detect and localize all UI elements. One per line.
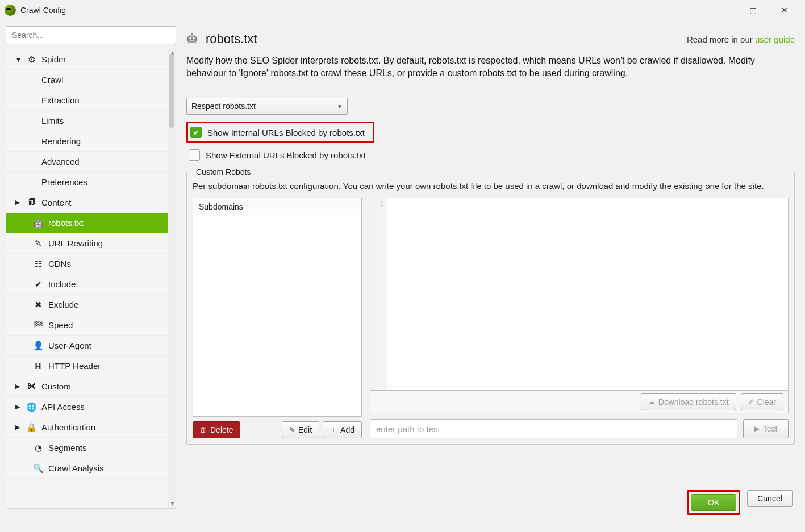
subdomains-header: Subdomains <box>193 198 361 215</box>
robots-editor[interactable]: 1 <box>370 198 789 391</box>
delete-button[interactable]: 🗑Delete <box>193 421 240 438</box>
tree-limits[interactable]: Limits <box>6 111 168 131</box>
cloud-download-icon: ☁ <box>648 398 655 406</box>
tree-label: Advanced <box>41 157 80 166</box>
tree-crawl-analysis[interactable]: 🔍Crawl Analysis <box>6 458 168 479</box>
ban-icon: ✖ <box>32 299 44 311</box>
tree-preferences[interactable]: Preferences <box>6 172 168 192</box>
network-icon: ☷ <box>32 258 44 270</box>
edit-icon: ✎ <box>289 426 295 434</box>
robot-icon: 🤖 <box>186 32 200 46</box>
tree-label: Spider <box>41 55 66 64</box>
editor-gutter: 1 <box>370 198 387 390</box>
tree-label: robots.txt <box>48 218 84 228</box>
maximize-button[interactable]: ▢ <box>743 2 763 18</box>
window-controls: — ▢ ✕ <box>711 2 800 18</box>
dialog-footer: OK Cancel <box>687 490 793 515</box>
tree-authentication[interactable]: ▶🔒Authentication <box>6 417 168 438</box>
tree-label: Extraction <box>41 95 80 105</box>
scroll-down-icon[interactable]: ▾ <box>168 500 176 508</box>
readmore-text: Read more in our user guide <box>687 35 795 44</box>
close-button[interactable]: ✕ <box>774 2 795 18</box>
checkbox-label: Show Internal URLs Blocked by robots.txt <box>207 128 365 137</box>
tree-label: Segments <box>48 443 87 453</box>
tree-user-agent[interactable]: 👤User-Agent <box>6 336 168 356</box>
checkbox-show-internal[interactable]: ✔ Show Internal URLs Blocked by robots.t… <box>186 122 374 143</box>
chevron-down-icon: ▼ <box>337 103 343 110</box>
tree-label: Exclude <box>48 300 78 309</box>
scroll-thumb[interactable] <box>169 54 174 128</box>
play-icon: ▶ <box>754 425 760 433</box>
checkbox-label: Show External URLs Blocked by robots.txt <box>206 150 366 160</box>
tree-advanced[interactable]: Advanced <box>6 152 168 172</box>
tree-spider[interactable]: ▼⚙Spider <box>6 49 168 70</box>
ok-button[interactable]: OK <box>691 494 736 511</box>
page-title: robots.txt <box>206 32 257 47</box>
tree-url-rewriting[interactable]: ✎URL Rewriting <box>6 233 168 254</box>
subdomains-list[interactable]: Subdomains <box>193 198 362 417</box>
page-description: Modify how the SEO Spider interprets rob… <box>186 55 795 79</box>
tree-label: Limits <box>41 116 64 125</box>
tree-label: Include <box>48 279 76 289</box>
tree-rendering[interactable]: Rendering <box>6 131 168 152</box>
gear-icon: ⚙ <box>26 54 37 65</box>
tree-label: Crawl Analysis <box>48 463 104 473</box>
fieldset-description: Per subdomain robots.txt configuration. … <box>193 181 789 191</box>
tools-icon: ✀ <box>26 381 37 392</box>
titlebar: Crawl Config — ▢ ✕ <box>0 0 805 20</box>
lock-icon: 🔒 <box>26 422 37 433</box>
config-tree: ▼⚙Spider Crawl Extraction Limits Renderi… <box>6 49 176 509</box>
edit-button[interactable]: ✎Edit <box>282 421 319 438</box>
user-guide-link[interactable]: user guide <box>755 35 795 44</box>
test-path-input[interactable]: enter path to test <box>370 419 737 438</box>
search-input[interactable] <box>12 31 170 40</box>
search-box[interactable] <box>6 26 176 44</box>
tree-api-access[interactable]: ▶🌐API Access <box>6 397 168 417</box>
cancel-button[interactable]: Cancel <box>747 490 793 507</box>
check-circle-icon: ✔ <box>32 279 44 290</box>
tree-label: Crawl <box>41 75 63 85</box>
tree-label: Rendering <box>41 136 81 146</box>
tree-label: Preferences <box>41 177 87 187</box>
tree-label: API Access <box>41 402 85 412</box>
tree-crawl[interactable]: Crawl <box>6 70 168 90</box>
robot-icon: 🤖 <box>32 217 44 229</box>
gauge-icon: 🏁 <box>32 320 44 331</box>
clear-button[interactable]: ✐Clear <box>741 393 783 410</box>
tree-http-header[interactable]: HHTTP Header <box>6 356 168 376</box>
test-button[interactable]: ▶Test <box>743 419 789 438</box>
tree-speed[interactable]: 🏁Speed <box>6 315 168 336</box>
tree-cdns[interactable]: ☷CDNs <box>6 254 168 274</box>
tree-extraction[interactable]: Extraction <box>6 90 168 111</box>
minimize-button[interactable]: — <box>711 2 731 18</box>
app-frog-icon <box>5 5 16 16</box>
tree-label: Custom <box>41 382 71 391</box>
dropdown-selected: Respect robots.txt <box>191 102 256 111</box>
robots-mode-dropdown[interactable]: Respect robots.txt ▼ <box>186 98 348 115</box>
tree-label: Authentication <box>41 422 95 432</box>
download-robots-button[interactable]: ☁Download robots.txt <box>641 393 736 410</box>
document-icon: 🗐 <box>26 197 37 208</box>
custom-robots-fieldset: Custom Robots Per subdomain robots.txt c… <box>186 173 795 445</box>
globe-icon: 🌐 <box>26 401 37 413</box>
tree-segments[interactable]: ◔Segments <box>6 438 168 458</box>
tree-label: HTTP Header <box>48 361 101 371</box>
sidebar: ▼⚙Spider Crawl Extraction Limits Renderi… <box>6 26 176 509</box>
divider <box>186 87 795 87</box>
tree-label: Speed <box>48 320 73 330</box>
tree-robots[interactable]: 🤖robots.txt <box>6 213 168 233</box>
header-icon: H <box>32 361 44 372</box>
tree-content[interactable]: ▶🗐Content <box>6 192 168 213</box>
search-analysis-icon: 🔍 <box>32 463 44 474</box>
tree-exclude[interactable]: ✖Exclude <box>6 295 168 315</box>
eraser-icon: ✐ <box>748 398 754 406</box>
tree-label: CDNs <box>48 259 71 269</box>
scrollbar[interactable]: ▴ ▾ <box>168 49 176 508</box>
window-title: Crawl Config <box>20 6 66 15</box>
add-button[interactable]: ＋Add <box>323 421 362 438</box>
edit-icon: ✎ <box>32 238 44 249</box>
ok-highlight: OK <box>687 490 740 515</box>
tree-custom[interactable]: ▶✀Custom <box>6 376 168 397</box>
checkbox-show-external[interactable]: Show External URLs Blocked by robots.txt <box>186 146 795 164</box>
tree-include[interactable]: ✔Include <box>6 274 168 295</box>
